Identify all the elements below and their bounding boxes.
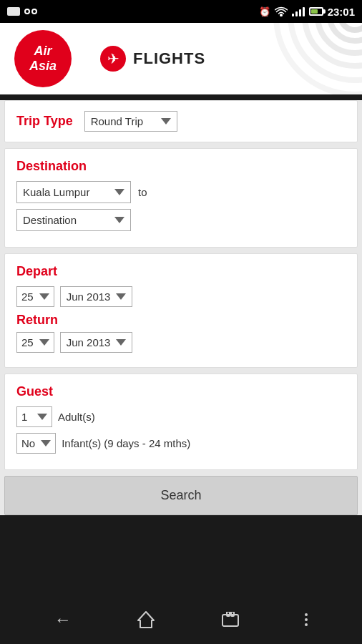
to-dropdown[interactable]: Destination xyxy=(16,209,131,231)
svg-point-1 xyxy=(341,23,362,30)
recents-button[interactable] xyxy=(221,612,240,628)
depart-month: Jun 2013 xyxy=(67,291,111,303)
infant-count-arrow xyxy=(41,440,51,447)
signal-icon xyxy=(292,6,305,16)
return-month-dropdown[interactable]: Jun 2013 xyxy=(60,332,133,353)
plane-icon: ✈ xyxy=(107,50,119,67)
destination-section: Destination Kuala Lumpur to Destination xyxy=(4,148,358,248)
svg-point-0 xyxy=(280,15,282,17)
flights-header: ✈ FLIGHTS xyxy=(100,46,205,72)
home-button[interactable] xyxy=(137,610,155,629)
return-label: Return xyxy=(16,313,346,328)
from-dropdown-arrow xyxy=(114,189,124,195)
voicemail-icon xyxy=(24,7,40,16)
to-label: to xyxy=(138,186,147,198)
status-bar: ⏰ 23:01 xyxy=(0,0,362,23)
depart-day-arrow xyxy=(39,293,49,300)
depart-day-dropdown[interactable]: 25 xyxy=(16,286,54,307)
status-left-icons xyxy=(7,7,40,16)
trip-type-section: Trip Type Round Trip xyxy=(4,100,358,142)
depart-month-arrow xyxy=(116,293,126,300)
return-month-arrow xyxy=(116,339,126,346)
back-button[interactable]: ← xyxy=(54,610,72,630)
destination-label: Destination xyxy=(16,159,346,174)
home-icon xyxy=(137,610,155,629)
back-icon: ← xyxy=(54,610,72,630)
to-dropdown-arrow xyxy=(114,217,124,223)
trip-type-dropdown[interactable]: Round Trip xyxy=(84,111,177,132)
trip-type-row: Trip Type Round Trip xyxy=(16,111,346,132)
trip-type-arrow xyxy=(161,118,171,125)
logo-text: AirAsia xyxy=(29,44,57,73)
status-right-icons: ⏰ 23:01 xyxy=(259,6,355,18)
svg-marker-7 xyxy=(138,612,154,628)
from-value: Kuala Lumpur xyxy=(23,186,109,198)
destination-from-row: Kuala Lumpur to xyxy=(16,181,346,203)
infant-count: No xyxy=(21,437,35,449)
infant-count-dropdown[interactable]: No xyxy=(16,433,56,454)
search-section: Search xyxy=(4,476,358,515)
recents-icon xyxy=(221,612,240,628)
main-content: Trip Type Round Trip Destination Kuala L… xyxy=(0,100,362,515)
guest-label: Guest xyxy=(16,384,346,399)
dots-menu-icon xyxy=(305,613,308,626)
depart-day: 25 xyxy=(21,291,34,303)
wifi-icon xyxy=(275,6,288,16)
airasia-logo: AirAsia xyxy=(14,30,72,87)
clock: 23:01 xyxy=(328,6,355,18)
adult-label: Adult(s) xyxy=(58,411,95,423)
adult-row: 1 Adult(s) xyxy=(16,406,346,427)
bottom-nav: ← xyxy=(0,595,362,644)
svg-rect-8 xyxy=(222,615,238,626)
trip-type-value: Round Trip xyxy=(91,115,155,127)
search-button[interactable]: Search xyxy=(4,476,358,515)
return-day-arrow xyxy=(39,339,49,346)
to-value: Destination xyxy=(23,214,109,226)
depart-row: 25 Jun 2013 xyxy=(16,286,346,307)
guest-section: Guest 1 Adult(s) No Infant(s) (9 days - … xyxy=(4,374,358,470)
adult-count: 1 xyxy=(21,411,31,423)
screen-icon xyxy=(7,7,20,16)
destination-to-row: Destination xyxy=(16,209,346,231)
trip-type-label: Trip Type xyxy=(16,114,73,129)
infant-row: No Infant(s) (9 days - 24 mths) xyxy=(16,433,346,454)
return-month: Jun 2013 xyxy=(67,336,111,348)
return-day: 25 xyxy=(21,336,34,348)
app-header: AirAsia ✈ FLIGHTS xyxy=(0,23,362,94)
return-day-dropdown[interactable]: 25 xyxy=(16,332,54,353)
plane-icon-circle: ✈ xyxy=(100,46,126,72)
menu-button[interactable] xyxy=(305,613,308,626)
battery-icon xyxy=(309,7,323,16)
depart-label: Depart xyxy=(16,264,346,279)
return-row: 25 Jun 2013 xyxy=(16,332,346,353)
flights-label: FLIGHTS xyxy=(133,49,205,68)
circles-decoration xyxy=(262,23,362,94)
adult-count-dropdown[interactable]: 1 xyxy=(16,406,52,427)
infant-label: Infant(s) (9 days - 24 mths) xyxy=(62,437,190,449)
from-dropdown[interactable]: Kuala Lumpur xyxy=(16,181,131,203)
adult-count-arrow xyxy=(37,414,47,420)
alarm-icon: ⏰ xyxy=(259,6,270,17)
dates-section: Depart 25 Jun 2013 Return 25 Jun 2013 xyxy=(4,253,358,368)
depart-month-dropdown[interactable]: Jun 2013 xyxy=(60,286,133,307)
